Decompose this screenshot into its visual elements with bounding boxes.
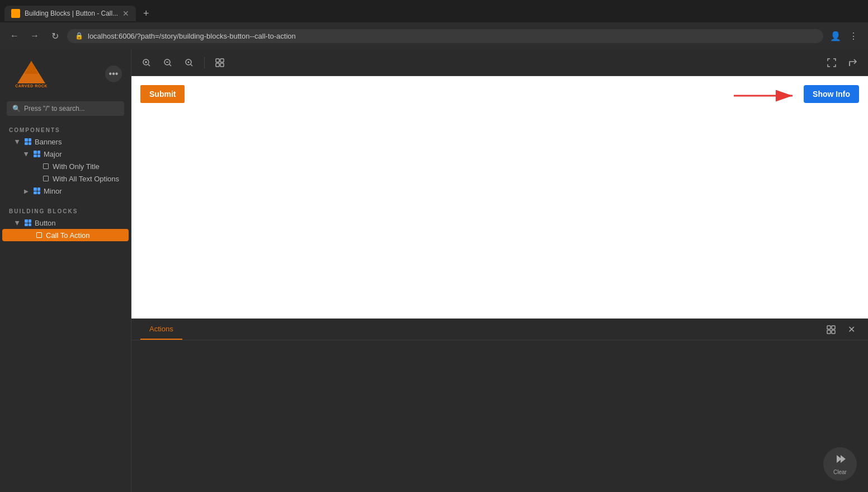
svg-rect-22: [832, 326, 835, 329]
expand-arrow-minor: ▶: [22, 188, 30, 194]
bottom-tabs: Actions ✕: [131, 319, 868, 340]
building-blocks-section-label: BUILDING BLOCKS: [0, 204, 131, 217]
panel-close-button[interactable]: ✕: [843, 322, 859, 338]
preview-area: Submit Show Info: [131, 76, 868, 318]
panel-grid-icon: [827, 325, 836, 334]
zoom-out-button[interactable]: [159, 54, 176, 71]
zoom-reset-icon: [185, 58, 194, 67]
sidebar-header: CARVED ROCK FITNESS •••: [0, 49, 131, 98]
sidebar-item-major[interactable]: ▶ Major: [0, 148, 131, 160]
toolbar-divider: [204, 57, 205, 68]
sidebar-item-button[interactable]: ▶ Button: [0, 217, 131, 229]
clear-button[interactable]: Clear: [823, 447, 857, 481]
bottom-tab-actions: ✕: [823, 322, 859, 338]
svg-rect-23: [827, 330, 831, 334]
main-content: Submit Show Info Actions: [131, 49, 868, 492]
clear-button-label: Clear: [833, 469, 847, 475]
tab-bar: Building Blocks | Button - Call... ✕ +: [0, 0, 868, 22]
fullscreen-icon: [827, 58, 836, 67]
red-arrow-svg: [734, 87, 801, 104]
sidebar-item-with-all-text-options[interactable]: With All Text Options: [0, 172, 131, 185]
back-button[interactable]: ←: [7, 28, 22, 44]
search-placeholder: Press "/" to search...: [24, 105, 85, 113]
tab-close-button[interactable]: ✕: [122, 9, 129, 18]
logo: CARVED ROCK FITNESS: [9, 58, 54, 89]
tab-favicon: [11, 9, 20, 18]
bottom-content: [131, 340, 868, 492]
story-icon-cta: [35, 231, 44, 240]
expand-arrow-banners: ▶: [15, 138, 21, 146]
toolbar: [131, 49, 868, 76]
svg-rect-17: [220, 63, 224, 67]
component-icon-banners: [23, 137, 32, 146]
component-icon-button: [23, 218, 32, 227]
sidebar-item-banners[interactable]: ▶ Banners: [0, 135, 131, 148]
share-button[interactable]: [845, 54, 861, 71]
share-icon: [848, 58, 857, 67]
svg-line-12: [191, 64, 192, 66]
svg-marker-1: [25, 61, 38, 74]
browser-chrome: Building Blocks | Button - Call... ✕ + ←…: [0, 0, 868, 49]
sidebar-item-major-label: Major: [44, 150, 62, 158]
bottom-panel: Actions ✕: [131, 318, 868, 492]
sidebar-item-with-only-title[interactable]: With Only Title: [0, 160, 131, 172]
sidebar-item-with-only-title-label: With Only Title: [53, 162, 100, 171]
new-tab-button[interactable]: +: [138, 6, 154, 21]
active-tab[interactable]: Building Blocks | Button - Call... ✕: [4, 6, 136, 21]
component-icon-major: [32, 149, 41, 158]
expand-arrow-button: ▶: [15, 219, 21, 227]
sidebar-item-call-to-action[interactable]: Call To Action: [2, 229, 129, 241]
play-icon: [834, 453, 846, 468]
app: CARVED ROCK FITNESS ••• 🔍 Press "/" to s…: [0, 49, 868, 492]
svg-rect-16: [216, 63, 219, 67]
address-bar[interactable]: 🔒 localhost:6006/?path=/story/building-b…: [67, 29, 823, 43]
zoom-reset-button[interactable]: [181, 54, 197, 71]
submit-button[interactable]: Submit: [140, 85, 185, 103]
more-options-button[interactable]: •••: [105, 65, 122, 82]
play-fast-icon: [834, 453, 846, 465]
tab-actions[interactable]: Actions: [140, 319, 182, 340]
grid-icon: [215, 58, 224, 67]
nav-bar: ← → ↻ 🔒 localhost:6006/?path=/story/buil…: [0, 22, 868, 49]
svg-rect-21: [827, 326, 831, 329]
zoom-in-button[interactable]: [138, 54, 155, 71]
reload-button[interactable]: ↻: [47, 28, 63, 44]
menu-button[interactable]: ⋮: [846, 28, 861, 44]
sidebar-item-minor[interactable]: ▶ Minor: [0, 185, 131, 197]
search-input[interactable]: 🔍 Press "/" to search...: [7, 101, 124, 116]
svg-rect-15: [220, 59, 224, 62]
expand-arrow-major: ▶: [23, 150, 30, 158]
forward-button[interactable]: →: [27, 28, 43, 44]
sidebar: CARVED ROCK FITNESS ••• 🔍 Press "/" to s…: [0, 49, 131, 492]
svg-text:FITNESS: FITNESS: [23, 88, 39, 89]
svg-point-13: [188, 61, 190, 63]
svg-line-7: [148, 64, 150, 66]
story-icon-with-all-text: [41, 174, 50, 183]
grid-view-button[interactable]: [211, 54, 228, 71]
panel-grid-button[interactable]: [823, 322, 839, 338]
components-section-label: COMPONENTS: [0, 123, 131, 135]
component-icon-minor: [32, 186, 41, 195]
sidebar-item-button-label: Button: [35, 219, 56, 227]
fullscreen-button[interactable]: [823, 54, 840, 71]
sidebar-item-with-all-text-label: With All Text Options: [53, 175, 119, 183]
story-icon-with-only-title: [41, 162, 50, 171]
search-bar-container: 🔍 Press "/" to search...: [0, 98, 131, 123]
profile-button[interactable]: 👤: [828, 28, 843, 44]
tab-title: Building Blocks | Button - Call...: [25, 10, 118, 17]
svg-marker-26: [841, 455, 846, 463]
logo-image: CARVED ROCK FITNESS: [9, 58, 54, 89]
show-info-button[interactable]: Show Info: [804, 85, 859, 103]
nav-actions: 👤 ⋮: [828, 28, 861, 44]
zoom-in-icon: [142, 58, 151, 67]
svg-rect-14: [216, 59, 219, 62]
svg-line-10: [169, 64, 171, 66]
sidebar-item-cta-label: Call To Action: [46, 231, 90, 240]
sidebar-item-minor-label: Minor: [44, 187, 62, 195]
url-text: localhost:6006/?path=/story/building-blo…: [88, 32, 296, 40]
lock-icon: 🔒: [75, 32, 83, 40]
zoom-out-icon: [163, 58, 172, 67]
svg-text:CARVED ROCK: CARVED ROCK: [15, 84, 48, 88]
svg-rect-24: [832, 330, 835, 334]
sidebar-item-banners-label: Banners: [35, 138, 62, 146]
